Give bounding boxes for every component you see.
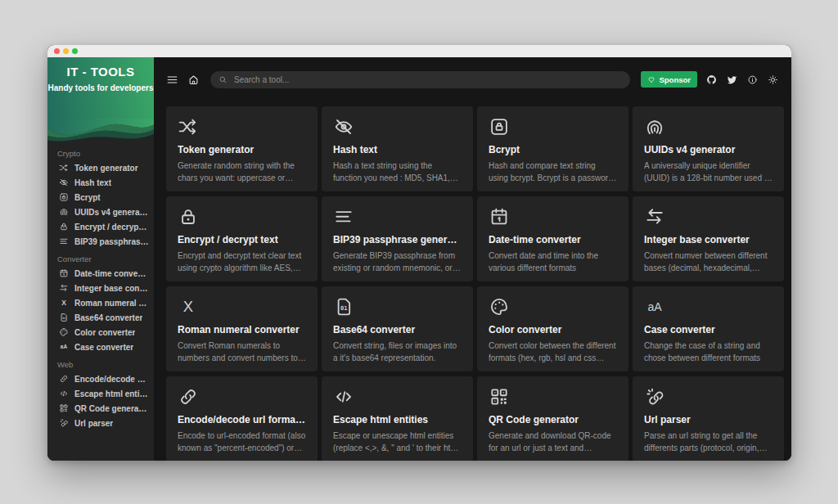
lock-icon bbox=[178, 206, 199, 227]
lock-icon bbox=[59, 222, 69, 232]
tool-card-title: Token generator bbox=[178, 144, 306, 155]
file-01-icon: 01 bbox=[333, 296, 354, 317]
tool-card-base64-converter[interactable]: 01Base64 converterConvert string, files … bbox=[322, 286, 473, 371]
tool-card-title: Bcrypt bbox=[489, 144, 617, 155]
tool-card-uuids-v4-generator[interactable]: UUIDs v4 generatorA universally unique i… bbox=[633, 106, 784, 191]
fingerprint-icon bbox=[644, 116, 665, 137]
tool-card-description: Convert Roman numerals to numbers and co… bbox=[178, 340, 306, 364]
tool-card-title: Hash text bbox=[333, 144, 462, 155]
menu-button[interactable] bbox=[166, 74, 178, 86]
tool-card-bip39-passphrase-generator[interactable]: BIP39 passphrase generatorGenerate BIP39… bbox=[322, 196, 473, 281]
tool-card-title: Url parser bbox=[644, 414, 773, 425]
svg-text:aA: aA bbox=[647, 300, 662, 313]
search-icon bbox=[219, 75, 228, 84]
sidebar-item-case-converter[interactable]: aACase converter bbox=[47, 340, 154, 354]
svg-text:aA: aA bbox=[61, 344, 68, 349]
roman-x-icon: X bbox=[59, 298, 69, 308]
tool-card-encode-decode-url-formatted-s[interactable]: Encode/decode url formatted s...Encode t… bbox=[166, 376, 318, 461]
tool-card-date-time-converter[interactable]: Date-time converterConvert date and time… bbox=[477, 196, 628, 281]
app-logo-header[interactable]: IT - TOOLS Handy tools for developers bbox=[47, 57, 154, 119]
tool-card-description: Convert date and time into the various d… bbox=[489, 250, 617, 274]
tool-card-escape-html-entities[interactable]: Escape html entitiesEscape or unescape h… bbox=[322, 376, 473, 461]
sidebar-item-date-time-converter[interactable]: Date-time converter bbox=[47, 266, 154, 281]
shuffle-icon bbox=[178, 116, 199, 137]
tool-card-description: Escape or unescape html entities (replac… bbox=[333, 430, 462, 454]
tools-grid: Token generatorGenerate random string wi… bbox=[166, 106, 784, 461]
topbar: Sponsor bbox=[166, 69, 778, 90]
sun-icon bbox=[768, 74, 778, 85]
palette-icon bbox=[489, 296, 510, 317]
close-button[interactable] bbox=[54, 48, 60, 54]
home-icon bbox=[187, 74, 200, 86]
sidebar-item-escape-html-entities[interactable]: Escape html entities bbox=[47, 386, 154, 401]
sidebar-item-base64-converter[interactable]: 01Base64 converter bbox=[47, 310, 154, 325]
tool-card-roman-numeral-converter[interactable]: XRoman numeral converterConvert Roman nu… bbox=[166, 286, 318, 371]
maximize-button[interactable] bbox=[72, 48, 78, 54]
swap-horizontal-icon bbox=[59, 283, 69, 293]
palette-icon bbox=[59, 327, 69, 337]
link-sparks-icon bbox=[644, 386, 665, 407]
link-sparks-icon bbox=[59, 418, 69, 428]
tool-card-description: Parse an url string to get all the diffe… bbox=[644, 430, 773, 454]
search-input[interactable] bbox=[232, 74, 622, 85]
sidebar-item-uuids-v4-generator[interactable]: UUIDs v4 generator bbox=[47, 205, 154, 219]
theme-toggle-button[interactable] bbox=[768, 74, 778, 85]
sidebar-item-hash-text[interactable]: Hash text bbox=[47, 175, 154, 190]
about-button[interactable] bbox=[747, 74, 758, 85]
tool-card-qr-code-generator[interactable]: QR Code generatorGenerate and download Q… bbox=[477, 376, 628, 461]
info-icon bbox=[747, 74, 758, 85]
tool-card-url-parser[interactable]: Url parserParse an url string to get all… bbox=[633, 376, 784, 461]
tool-card-title: BIP39 passphrase generator bbox=[333, 234, 462, 245]
tool-card-integer-base-converter[interactable]: Integer base converterConvert numver bet… bbox=[633, 196, 784, 281]
sidebar-item-url-parser[interactable]: Url parser bbox=[47, 416, 154, 430]
tool-card-token-generator[interactable]: Token generatorGenerate random string wi… bbox=[166, 106, 318, 191]
link-icon bbox=[178, 386, 199, 407]
svg-text:01: 01 bbox=[340, 304, 347, 312]
sponsor-label: Sponsor bbox=[659, 75, 691, 84]
tool-card-title: Encrypt / decrypt text bbox=[178, 234, 306, 245]
swap-horizontal-icon bbox=[644, 206, 665, 227]
tool-card-description: Encode to url-encoded format (also known… bbox=[178, 430, 306, 454]
twitter-button[interactable] bbox=[727, 74, 737, 85]
sidebar-item-encrypt-decrypt-text[interactable]: Encrypt / decrypt text bbox=[47, 219, 154, 234]
sidebar-item-integer-base-converter[interactable]: Integer base converter bbox=[47, 281, 154, 295]
tool-card-description: Generate and download QR-code for an url… bbox=[489, 430, 617, 454]
sidebar-item-encode-decode-url-for[interactable]: Encode/decode url for... bbox=[47, 371, 154, 386]
sponsor-button[interactable]: Sponsor bbox=[641, 71, 697, 88]
sidebar-item-bcrypt[interactable]: Bcrypt bbox=[47, 190, 154, 205]
sidebar-item-label: Roman numeral conver... bbox=[74, 299, 149, 308]
tool-card-title: Integer base converter bbox=[644, 234, 773, 245]
tool-card-encrypt-decrypt-text[interactable]: Encrypt / decrypt textEncrypt and decryp… bbox=[166, 196, 318, 281]
heart-icon bbox=[647, 75, 656, 83]
calendar-icon bbox=[59, 268, 69, 278]
nav-section-label: Crypto bbox=[57, 149, 146, 158]
tool-card-color-converter[interactable]: Color converterConvert color between the… bbox=[477, 286, 628, 371]
minimize-button[interactable] bbox=[63, 48, 69, 54]
sidebar-item-token-generator[interactable]: Token generator bbox=[47, 160, 154, 175]
sidebar-item-label: Case converter bbox=[74, 343, 133, 352]
tool-card-description: Change the case of a string and chose be… bbox=[644, 340, 773, 364]
home-button[interactable] bbox=[187, 74, 200, 86]
search-bar[interactable] bbox=[210, 71, 630, 88]
sidebar-item-qr-code-generator[interactable]: QR Code generator bbox=[47, 401, 154, 416]
tool-card-hash-text[interactable]: Hash textHash a text string using the fu… bbox=[322, 106, 473, 191]
twitter-icon bbox=[727, 74, 737, 85]
github-button[interactable] bbox=[706, 74, 717, 85]
tool-card-title: Color converter bbox=[489, 324, 617, 335]
sidebar-item-label: Encode/decode url for... bbox=[74, 375, 149, 384]
tool-card-description: Convert numver between different bases (… bbox=[644, 250, 773, 274]
sidebar-item-bip39-passphrase-gene[interactable]: BIP39 passphrase gene... bbox=[47, 234, 154, 249]
app-title: IT - TOOLS bbox=[47, 65, 154, 79]
tool-card-bcrypt[interactable]: BcryptHash and compare text string using… bbox=[477, 106, 628, 191]
tool-card-description: Hash a text string using the function yo… bbox=[333, 160, 462, 184]
topbar-right-icons bbox=[706, 74, 778, 85]
align-left-icon bbox=[59, 236, 69, 246]
tool-card-case-converter[interactable]: aACase converterChange the case of a str… bbox=[633, 286, 784, 371]
sidebar-item-label: Integer base converter bbox=[74, 284, 149, 293]
sidebar-item-color-converter[interactable]: Color converter bbox=[47, 325, 154, 340]
app-window: IT - TOOLS Handy tools for developers Cr… bbox=[47, 45, 791, 461]
desktop-background: IT - TOOLS Handy tools for developers Cr… bbox=[0, 0, 838, 504]
window-titlebar bbox=[47, 45, 791, 57]
sidebar-item-label: Date-time converter bbox=[74, 269, 149, 278]
sidebar-item-roman-numeral-conver[interactable]: XRoman numeral conver... bbox=[47, 295, 154, 310]
